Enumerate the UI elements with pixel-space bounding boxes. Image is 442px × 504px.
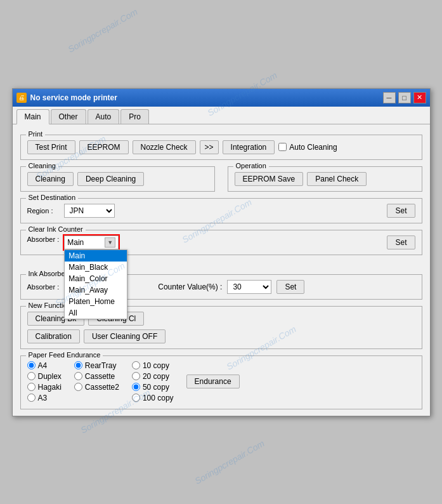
- absorber-dropdown-container: Main ▼ Main Main_Black Main_Color Main_A…: [64, 235, 119, 249]
- integration-button[interactable]: Integration: [223, 140, 275, 154]
- minimize-button[interactable]: ─: [383, 92, 396, 103]
- radio-20copy[interactable]: 20 copy: [132, 372, 174, 381]
- paper-columns: A4 Duplex Hagaki A3: [27, 361, 415, 402]
- tab-pro[interactable]: Pro: [120, 109, 149, 124]
- radio-cassette[interactable]: Cassette: [74, 372, 119, 381]
- new-function-row2: Calibration User Cleaning OFF: [27, 329, 415, 343]
- radio-50copy[interactable]: 50 copy: [132, 383, 174, 392]
- eeprom-button[interactable]: EEPROM: [79, 140, 129, 154]
- print-section: Print Test Print EEPROM Nozzle Check >> …: [20, 135, 422, 160]
- radio-cassette2-input[interactable]: [74, 383, 82, 391]
- arrow-button[interactable]: >>: [200, 140, 219, 154]
- paper-types-group: A4 Duplex Hagaki A3: [27, 361, 62, 402]
- tab-main[interactable]: Main: [16, 109, 49, 124]
- radio-reartray-input[interactable]: [74, 361, 82, 369]
- radio-50copy-input[interactable]: [132, 383, 140, 391]
- absorber-select[interactable]: Main ▼: [64, 235, 119, 249]
- operation-section-title: Operation: [233, 162, 269, 169]
- absorber-option-main-away[interactable]: Main_Away: [65, 284, 127, 296]
- absorber-option-all[interactable]: All: [65, 307, 127, 319]
- absorber-option-main-color[interactable]: Main_Color: [65, 273, 127, 284]
- radio-cassette-input[interactable]: [74, 372, 82, 380]
- paper-feed-title: Paper Feed Endurance: [26, 351, 103, 359]
- radio-reartray-label: RearTray: [85, 361, 117, 370]
- set-destination-section: Set Destination Region : JPN Set: [20, 198, 422, 223]
- radio-duplex-input[interactable]: [27, 372, 36, 380]
- endurance-col: Endurance: [186, 361, 240, 402]
- cleaning-buttons: Cleaning Deep Cleaning: [27, 172, 208, 186]
- radio-20copy-input[interactable]: [132, 372, 140, 380]
- panel-check-button[interactable]: Panel Check: [307, 172, 367, 186]
- radio-duplex[interactable]: Duplex: [27, 372, 62, 381]
- main-content: Print Test Print EEPROM Nozzle Check >> …: [13, 124, 430, 416]
- radio-hagaki-input[interactable]: [27, 383, 36, 391]
- region-dropdown-wrapper: JPN: [64, 204, 115, 218]
- counter-value-select[interactable]: 30: [227, 280, 271, 294]
- tab-other[interactable]: Other: [51, 109, 86, 124]
- region-select[interactable]: JPN: [64, 204, 115, 218]
- nozzle-check-button[interactable]: Nozzle Check: [133, 140, 196, 154]
- operation-section: Operation EEPROM Save Panel Check: [228, 166, 422, 192]
- close-button[interactable]: ✕: [413, 92, 426, 103]
- clear-ink-counter-section: Clear Ink Counter Absorber : Main ▼ Main…: [20, 230, 422, 255]
- radio-10copy-input[interactable]: [132, 361, 140, 369]
- radio-cassette-label: Cassette: [85, 372, 115, 381]
- tray-types-group: RearTray Cassette Cassette2: [74, 361, 119, 402]
- endurance-button[interactable]: Endurance: [186, 375, 240, 388]
- user-cleaning-button[interactable]: User Cleaning OFF: [84, 329, 166, 343]
- deep-cleaning-button[interactable]: Deep Cleaning: [77, 172, 144, 186]
- eeprom-save-button[interactable]: EEPROM Save: [235, 172, 304, 186]
- radio-hagaki-label: Hagaki: [38, 383, 62, 392]
- region-label: Region :: [27, 207, 59, 215]
- auto-cleaning-label: Auto Cleaning: [289, 143, 337, 152]
- absorber-label: Absorber :: [27, 235, 60, 243]
- cleaning-operation-row: Cleaning Cleaning Deep Cleaning Operatio…: [20, 166, 422, 192]
- ink-absorber-set-button[interactable]: Set: [276, 280, 304, 294]
- paper-feed-section: Paper Feed Endurance A4 Duplex Hagaki: [20, 355, 422, 409]
- set-destination-title: Set Destination: [26, 194, 79, 201]
- radio-a4-label: A4: [38, 361, 48, 370]
- absorber-option-platen-home[interactable]: Platen_Home: [65, 296, 127, 307]
- absorber-dropdown-arrow: ▼: [105, 237, 115, 248]
- radio-a4[interactable]: A4: [27, 361, 62, 370]
- operation-buttons: EEPROM Save Panel Check: [235, 172, 415, 186]
- radio-100copy[interactable]: 100 copy: [132, 394, 174, 402]
- cleaning-section-title: Cleaning: [26, 162, 58, 169]
- radio-a3[interactable]: A3: [27, 394, 62, 402]
- radio-10copy[interactable]: 10 copy: [132, 361, 174, 370]
- print-section-title: Print: [26, 130, 46, 138]
- radio-cassette2[interactable]: Cassette2: [74, 383, 119, 392]
- tab-auto[interactable]: Auto: [88, 109, 120, 124]
- radio-hagaki[interactable]: Hagaki: [27, 383, 62, 392]
- print-buttons-row: Test Print EEPROM Nozzle Check >> Integr…: [27, 140, 415, 154]
- window-title: No service mode printer: [30, 93, 383, 102]
- radio-cassette2-label: Cassette2: [85, 383, 119, 392]
- set-destination-button[interactable]: Set: [387, 204, 415, 218]
- absorber-option-main[interactable]: Main: [65, 250, 127, 262]
- radio-a3-label: A3: [38, 394, 48, 402]
- title-buttons: ─ □ ✕: [383, 92, 426, 103]
- auto-cleaning-checkbox-label: Auto Cleaning: [278, 143, 337, 152]
- radio-20copy-label: 20 copy: [143, 372, 169, 381]
- clear-ink-counter-title: Clear Ink Counter: [26, 225, 86, 233]
- radio-100copy-input[interactable]: [132, 394, 140, 402]
- radio-100copy-label: 100 copy: [143, 394, 174, 402]
- test-print-button[interactable]: Test Print: [27, 140, 75, 154]
- clear-ink-set-button[interactable]: Set: [387, 235, 415, 249]
- main-window: 🖨 No service mode printer ─ □ ✕ Main Oth…: [12, 88, 431, 416]
- calibration-button[interactable]: Calibration: [27, 329, 80, 343]
- cleaning-section: Cleaning Cleaning Deep Cleaning: [20, 166, 215, 192]
- absorber-row: Absorber : Main ▼ Main Main_Black Main_C…: [27, 235, 415, 249]
- copy-counts-group: 10 copy 20 copy 50 copy 100 copy: [132, 361, 174, 402]
- radio-duplex-label: Duplex: [38, 372, 62, 381]
- radio-reartray[interactable]: RearTray: [74, 361, 119, 370]
- radio-a3-input[interactable]: [27, 394, 36, 402]
- ink-absorber-label: Absorber :: [27, 283, 60, 291]
- auto-cleaning-checkbox[interactable]: [278, 143, 287, 151]
- absorber-option-main-black[interactable]: Main_Black: [65, 262, 127, 273]
- maximize-button[interactable]: □: [398, 92, 411, 103]
- radio-a4-input[interactable]: [27, 361, 36, 369]
- radio-10copy-label: 10 copy: [143, 361, 169, 370]
- cleaning-button[interactable]: Cleaning: [27, 172, 74, 186]
- absorber-dropdown-popup: Main Main_Black Main_Color Main_Away Pla…: [64, 249, 127, 319]
